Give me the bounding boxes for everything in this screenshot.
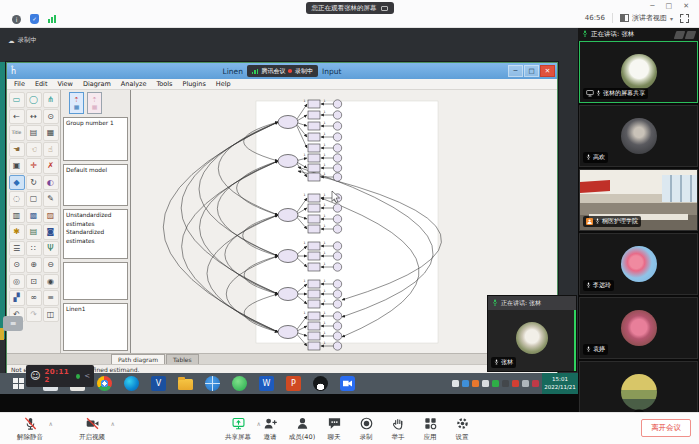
tool-fit-to-page-icon[interactable]: ⊡ <box>26 274 42 290</box>
tool-space-objects-icon[interactable]: ▢ <box>26 191 42 207</box>
members-button[interactable]: 成员(40) <box>286 416 318 442</box>
tray-network-icon[interactable] <box>522 380 529 387</box>
close-button[interactable]: ✕ <box>683 2 689 10</box>
estimates-standardized[interactable]: Standardized estimates <box>66 228 125 245</box>
speaker-popup-header[interactable]: 正在讲话: 张林 <box>488 296 576 310</box>
tool-preserve-symmetry-icon[interactable]: Ψ <box>43 241 59 257</box>
chat-button[interactable]: 聊天 <box>318 416 350 442</box>
speaker-popup[interactable]: 正在讲话: 张林 张林 <box>487 295 577 372</box>
amos-close-button[interactable]: ✕ <box>540 65 555 77</box>
tool-zoom-area-icon[interactable]: ⊙ <box>9 257 25 273</box>
menu-edit[interactable]: Edit <box>35 80 48 88</box>
tool-data-grid-a-icon[interactable]: ▩ <box>26 208 42 224</box>
tool-duplicate-icon[interactable]: ▣ <box>9 158 25 174</box>
view-mode-button[interactable]: 演讲者视图 ▾ <box>612 13 673 23</box>
tool-add-error-term-icon[interactable]: ⊙ <box>43 109 59 125</box>
tool-select-one-icon[interactable]: ☚ <box>9 142 25 158</box>
tool-text-output-icon[interactable]: ▤ <box>26 224 42 240</box>
security-shield-icon[interactable]: ✓ <box>30 14 39 24</box>
output-diagram-toggle[interactable]: ⇡▦ <box>87 92 102 114</box>
leave-meeting-button[interactable]: 离开会议 <box>641 419 691 437</box>
info-icon[interactable]: i <box>12 15 21 24</box>
tool-zoom-in-icon[interactable]: ⊕ <box>26 257 42 273</box>
tool-zoom-page-icon[interactable]: ◎ <box>9 274 25 290</box>
tray-tray-green-icon[interactable] <box>492 380 499 387</box>
video-tile-participant-6[interactable]: ∨ <box>579 361 698 412</box>
input-diagram-toggle[interactable]: ⇡▦ <box>69 92 84 114</box>
model-list[interactable]: Default model <box>63 164 128 206</box>
taskbar-tencent-meeting-icon[interactable] <box>340 376 355 391</box>
video-tile-张林的屏幕共享[interactable]: 张林的屏幕共享 <box>579 41 698 103</box>
maximize-button[interactable]: □ <box>666 2 673 10</box>
tool-draw-covariance-icon[interactable]: ↔ <box>26 109 42 125</box>
tool-bayesian-icon[interactable]: ▞ <box>9 290 25 306</box>
tray-tray-red-icon[interactable] <box>512 380 519 387</box>
fullscreen-icon[interactable] <box>680 14 689 23</box>
menu-plugins[interactable]: Plugins <box>182 80 205 88</box>
floating-menu-button[interactable]: ≡ <box>3 316 23 331</box>
tool-figure-title-icon[interactable]: Title <box>9 125 25 141</box>
record-button[interactable]: 录制 <box>350 416 382 442</box>
minimize-button[interactable]: ─ <box>650 2 654 10</box>
tool-draw-path-icon[interactable]: ← <box>9 109 25 125</box>
tool-save-icon[interactable]: ◙ <box>43 224 59 240</box>
amos-maximize-button[interactable]: □ <box>524 65 539 77</box>
tray-tray-orange-icon[interactable] <box>472 380 479 387</box>
group-list[interactable]: Group number 1 <box>63 117 128 161</box>
tool-specification-search-icon[interactable]: ◫ <box>43 307 59 323</box>
taskbar-360-browser-icon[interactable] <box>232 376 247 391</box>
tray-ime-icon[interactable] <box>452 380 459 387</box>
tool-rotate-indicators-icon[interactable]: ↻ <box>26 175 42 191</box>
tool-zoom-out-icon[interactable]: ⊖ <box>43 257 59 273</box>
tool-draw-latent-indicators-icon[interactable]: ⋔ <box>43 92 59 108</box>
apps-button[interactable]: 应用 <box>414 416 446 442</box>
tool-reflect-indicators-icon[interactable]: ◐ <box>43 175 59 191</box>
taskbar-file-explorer-icon[interactable] <box>178 379 193 390</box>
taskbar-word-icon[interactable]: W <box>259 376 274 391</box>
video-tile-桐医护理学院[interactable]: 桐医护理学院 <box>579 169 698 231</box>
chevron-up-icon[interactable]: ∧ <box>111 420 115 427</box>
taskbar-qq-icon[interactable] <box>313 376 328 391</box>
tool-touch-up-icon[interactable]: ✎ <box>43 191 59 207</box>
menu-diagram[interactable]: Diagram <box>83 80 111 88</box>
files-list[interactable]: Linen1 <box>63 303 128 351</box>
menu-view[interactable]: View <box>57 80 72 88</box>
tray-tray-blue-icon[interactable] <box>462 380 469 387</box>
tool-drag-properties-icon[interactable]: ∷ <box>26 241 42 257</box>
taskbar-visio-icon[interactable]: V <box>151 376 166 391</box>
start-video-button[interactable]: 开启视频∧ <box>76 416 108 442</box>
tool-print-icon[interactable]: ≡ <box>43 290 59 306</box>
tool-move-parameter-icon[interactable]: ◆ <box>9 175 25 191</box>
tool-object-properties-icon[interactable]: ☰ <box>9 241 25 257</box>
taskbar-chrome-icon[interactable] <box>97 376 112 391</box>
tool-analysis-properties-icon[interactable]: ✱ <box>9 224 25 240</box>
raise-hand-button[interactable]: 举手 <box>382 416 414 442</box>
amos-minimize-button[interactable]: ─ <box>508 65 523 77</box>
network-signal-icon[interactable] <box>48 15 56 23</box>
estimates-unstandardized[interactable]: Unstandardized estimates <box>66 211 125 228</box>
back-arrow-icon[interactable]: < <box>84 372 90 380</box>
menu-file[interactable]: File <box>14 80 25 88</box>
taskbar-edge-icon[interactable] <box>124 376 139 391</box>
taskbar-powerpoint-icon[interactable]: P <box>286 376 301 391</box>
tool-data-variables-icon[interactable]: ▦ <box>43 125 59 141</box>
video-tile-李远玲[interactable]: 李远玲 <box>579 233 698 295</box>
share-screen-button[interactable]: 共享屏幕∧ <box>222 416 254 442</box>
meeting-floating-statusbar[interactable]: 腾讯会议 录制中 <box>247 65 318 77</box>
tab-path-diagram[interactable]: Path diagram <box>111 354 165 364</box>
tool-lasso-select-icon[interactable]: ◌ <box>9 191 25 207</box>
video-tile-袁婷[interactable]: 袁婷 <box>579 297 698 359</box>
tool-draw-rectangle-icon[interactable]: ▭ <box>9 92 25 108</box>
tray-tray-red2-icon[interactable] <box>532 380 539 387</box>
tool-move-icon[interactable]: ✛ <box>26 158 42 174</box>
tool-model-variables-icon[interactable]: ▤ <box>26 125 42 141</box>
tool-loupe-icon[interactable]: ◉ <box>43 274 59 290</box>
invite-button[interactable]: 邀请 <box>254 416 286 442</box>
tool-multiple-groups-icon[interactable]: ∞ <box>26 290 42 306</box>
tool-select-all-icon[interactable]: ☜ <box>26 142 42 158</box>
menu-help[interactable]: Help <box>216 80 231 88</box>
tool-deselect-all-icon[interactable]: ☝ <box>43 142 59 158</box>
video-tile-高欢[interactable]: 高欢 <box>579 105 698 167</box>
tool-draw-ellipse-icon[interactable]: ◯ <box>26 92 42 108</box>
tool-redo-icon[interactable]: ↷ <box>26 307 42 323</box>
